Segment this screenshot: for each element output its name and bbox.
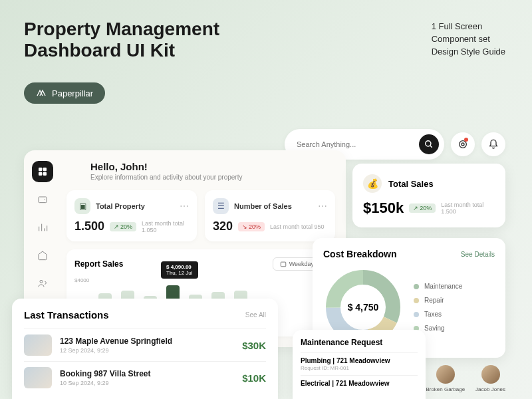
sidebar-item-users[interactable] (32, 273, 53, 294)
more-icon[interactable]: ⋯ (318, 201, 327, 211)
grid-icon (37, 166, 48, 177)
trend-up-icon: ↗ 20% (409, 203, 436, 213)
svg-rect-3 (39, 168, 42, 171)
brand-badge[interactable]: Paperpillar (24, 82, 105, 104)
chart-tooltip: $ 4,090.00Thu, 12 Jul (161, 261, 198, 279)
svg-point-2 (462, 143, 464, 146)
avatar (481, 365, 500, 384)
wallet-icon (37, 194, 48, 205)
svg-point-8 (40, 280, 43, 283)
svg-rect-4 (43, 168, 47, 171)
building-icon: ▣ (74, 198, 90, 214)
sidebar-item-dashboard[interactable] (32, 161, 53, 182)
property-thumb (24, 334, 52, 356)
see-details-link[interactable]: See Details (461, 251, 495, 258)
chart-legend: Maintenance Repair Taxes Saving (414, 283, 462, 332)
maintenance-row[interactable]: Electrical | 721 Meadowview (301, 375, 418, 391)
svg-rect-7 (39, 197, 47, 203)
svg-point-0 (426, 141, 431, 146)
bell-icon (488, 139, 499, 150)
users-icon (37, 278, 48, 289)
stat-total-property: ▣ Total Property ⋯ 1.500 ↗ 20% Last mont… (66, 190, 197, 241)
search-button[interactable] (419, 134, 439, 154)
money-bag-icon: 💰 (363, 174, 382, 193)
svg-rect-5 (39, 172, 42, 176)
transaction-row[interactable]: 123 Maple Avenue Springfield12 Sep 2024,… (24, 329, 266, 361)
maintenance-card: Maintenance Request Plumbing | 721 Meado… (293, 330, 426, 399)
sidebar-item-property[interactable] (32, 245, 53, 266)
transactions-card: Last Transactions See All 123 Maple Aven… (12, 299, 278, 399)
search-icon (424, 140, 434, 149)
person-item[interactable]: Broken Garbage (426, 365, 465, 392)
sidebar-item-analytics[interactable] (32, 217, 53, 238)
see-all-link[interactable]: See All (245, 311, 266, 319)
notifications-button[interactable] (481, 132, 505, 156)
people-list: Broken Garbage Jacob Jones (426, 365, 505, 392)
svg-rect-10 (281, 262, 286, 267)
search-input[interactable] (297, 140, 419, 148)
maintenance-row[interactable]: Plumbing | 721 Meadowview Request ID: MR… (301, 352, 418, 375)
avatar (436, 365, 455, 384)
trend-up-icon: ↗ 20% (110, 222, 136, 231)
svg-rect-6 (43, 172, 47, 176)
burst-icon (66, 161, 82, 177)
greeting: Hello, John! Explore information and act… (66, 161, 335, 181)
stat-number-sales: ☰ Number of Sales ⋯ 320 ↘ 20% Last month… (205, 190, 335, 241)
hero-title: Property ManagementDashboard UI Kit (24, 19, 219, 61)
svg-point-1 (460, 141, 467, 148)
calendar-icon (280, 261, 287, 267)
sidebar-item-wallet[interactable] (32, 189, 53, 210)
trend-down-icon: ↘ 20% (238, 222, 265, 231)
total-sales-card: 💰 Total Sales $150k ↗ 20% Last month tot… (352, 164, 505, 227)
notification-dot (464, 138, 468, 142)
list-icon: ☰ (213, 198, 229, 214)
chart-icon (37, 222, 48, 233)
activity-button[interactable] (451, 132, 475, 156)
transaction-row[interactable]: Booking 987 Villa Street10 Sep 2024, 9:2… (24, 361, 266, 394)
home-icon (37, 250, 48, 261)
sidebar (32, 161, 53, 322)
feature-list: 1 Full Screen Component set Design Style… (432, 21, 505, 59)
brand-logo-icon (36, 88, 47, 98)
property-thumb (24, 367, 52, 388)
more-icon[interactable]: ⋯ (180, 201, 189, 211)
person-item[interactable]: Jacob Jones (475, 365, 505, 392)
